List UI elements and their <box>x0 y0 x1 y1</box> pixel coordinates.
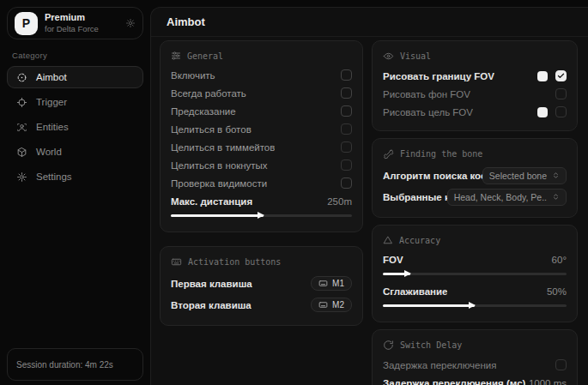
slider-row-max-distance: Макс. дистанция 250m <box>171 192 352 210</box>
keybind-button-primary[interactable]: M1 <box>311 276 352 291</box>
color-swatch[interactable] <box>537 107 548 117</box>
checkbox-fov-background[interactable] <box>555 88 567 99</box>
column-right: Visual Рисовать границу FOV Рисовать фон… <box>372 40 578 385</box>
slider-value: 250m <box>327 196 352 207</box>
triangle-icon <box>383 235 393 245</box>
visual-label: Рисовать фон FOV <box>383 89 470 99</box>
checkbox-prediction[interactable] <box>341 105 352 117</box>
checkbox-fov-border[interactable] <box>555 70 567 81</box>
sync-icon[interactable] <box>125 18 136 28</box>
keybind-label: Вторая клавиша <box>171 300 252 310</box>
max-distance-slider[interactable] <box>171 211 352 220</box>
trigger-crosshair-icon <box>16 97 27 108</box>
slider-thumb[interactable] <box>404 270 411 277</box>
slider-fill <box>171 214 264 217</box>
chevron-updown-icon <box>552 171 560 179</box>
slider-thumb[interactable] <box>469 302 476 309</box>
toggle-label: Всегда работать <box>171 88 246 99</box>
checkbox-enable[interactable] <box>341 69 352 81</box>
premium-text: Premium for Delta Force <box>45 12 99 34</box>
main-panel: Aimbot General Включить <box>150 7 588 385</box>
card-title-text: Accuracy <box>399 236 440 245</box>
sidebar-item-aimbot[interactable]: Aimbot <box>7 66 143 88</box>
app-window: P Premium for Delta Force Category Aimbo… <box>0 0 588 385</box>
sidebar-item-settings[interactable]: Settings <box>7 165 143 188</box>
main-header: Aimbot <box>151 8 588 37</box>
toggle-label: Целиться в ботов <box>171 124 252 135</box>
smoothing-slider[interactable] <box>383 301 567 310</box>
sidebar-item-trigger[interactable]: Trigger <box>7 91 143 113</box>
crosshair-icon <box>16 72 27 83</box>
card-switch-delay: Switch Delay Задержка переключения Задер… <box>372 329 578 385</box>
sidebar-item-world[interactable]: World <box>7 141 143 163</box>
slider-thumb[interactable] <box>258 212 264 219</box>
slider-label: FOV <box>383 255 403 265</box>
premium-title: Premium <box>45 12 99 24</box>
card-activation-buttons: Activation buttons Первая клавиша M1 Вто… <box>160 246 363 326</box>
session-duration-box: Session duration: 4m 22s <box>7 348 143 381</box>
person-icon <box>16 122 27 133</box>
slider-label: Задержка переключения (мс) <box>383 378 525 385</box>
eye-icon <box>383 51 394 62</box>
category-label: Category <box>12 51 138 60</box>
session-duration-text: Session duration: 4m 22s <box>16 360 113 370</box>
toggle-row-aim-knocked: Целиться в нокнутых <box>171 156 352 174</box>
checkbox-aim-bots[interactable] <box>341 123 352 135</box>
slider-row-smoothing: Сглаживание 50% <box>383 282 567 300</box>
visual-row-fov-border: Рисовать границу FOV <box>383 67 567 85</box>
bone-row-algorithm: Алгоритм поиска костей Selected bone <box>383 165 567 186</box>
slider-value: 50% <box>547 286 567 297</box>
chevron-updown-icon <box>552 193 560 201</box>
keybind-label: Первая клавиша <box>171 279 252 289</box>
card-title-text: Finding the bone <box>400 149 482 159</box>
card-general: General Включить Всегда работать Предска… <box>160 40 363 232</box>
checkbox-fov-target[interactable] <box>555 106 567 117</box>
card-title-text: Activation buttons <box>188 257 281 267</box>
keyboard-icon <box>318 300 328 310</box>
content: General Включить Всегда работать Предска… <box>151 37 588 385</box>
bone-algorithm-dropdown[interactable]: Selected bone <box>482 167 567 184</box>
toggle-label: Предсказание <box>171 106 236 117</box>
toggle-row-visibility-check: Проверка видимости <box>171 174 352 192</box>
sidebar-item-label: World <box>36 147 62 157</box>
color-swatch[interactable] <box>537 71 548 81</box>
visual-row-fov-target: Рисовать цель FOV <box>383 103 567 121</box>
sidebar-item-label: Aimbot <box>36 72 67 82</box>
toggle-row-aim-bots: Целиться в ботов <box>171 120 352 138</box>
toggle-label: Включить <box>171 70 215 81</box>
keyboard-icon <box>171 256 182 268</box>
toggle-label: Целиться в тиммейтов <box>171 142 275 153</box>
card-accuracy: Accuracy FOV 60° Сглаживание 50% <box>372 225 578 322</box>
slider-row-switch-delay-ms: Задержка переключения (мс) 1000 ms <box>383 374 567 385</box>
toggle-label: Целиться в нокнутых <box>171 160 268 171</box>
bone-row-selected: Выбранные кости Head, Neck, Body, Pe.. <box>383 186 567 208</box>
keybind-button-secondary[interactable]: M2 <box>311 298 352 312</box>
refresh-icon <box>383 340 394 351</box>
card-title-text: Visual <box>400 51 431 61</box>
card-accuracy-title: Accuracy <box>383 235 567 245</box>
checkbox-always-work[interactable] <box>341 87 352 99</box>
checkbox-aim-knocked[interactable] <box>341 159 352 171</box>
selected-bones-dropdown[interactable]: Head, Neck, Body, Pe.. <box>447 189 567 206</box>
fov-slider[interactable] <box>383 269 567 278</box>
sidebar: P Premium for Delta Force Category Aimbo… <box>0 0 150 385</box>
page-title: Aimbot <box>167 15 205 28</box>
premium-box: P Premium for Delta Force <box>7 7 143 39</box>
card-title-text: Switch Delay <box>400 340 462 350</box>
toggle-row-enable: Включить <box>171 66 352 84</box>
card-finding-bone-title: Finding the bone <box>383 148 567 159</box>
card-activation-title: Activation buttons <box>171 256 352 268</box>
checkbox-switch-delay[interactable] <box>555 359 567 370</box>
toggle-label: Задержка переключения <box>383 360 496 370</box>
toggle-row-switch-delay: Задержка переключения <box>383 356 567 374</box>
slider-fill <box>383 304 475 307</box>
card-visual: Visual Рисовать границу FOV Рисовать фон… <box>372 40 578 131</box>
premium-subtitle: for Delta Force <box>45 24 99 34</box>
checkbox-aim-teammates[interactable] <box>341 141 352 153</box>
sidebar-item-label: Entities <box>36 122 69 132</box>
keybind-value: M1 <box>332 279 344 288</box>
checkbox-visibility-check[interactable] <box>341 177 352 189</box>
bone-icon <box>383 148 394 159</box>
gear-icon <box>16 171 27 183</box>
sidebar-item-entities[interactable]: Entities <box>7 116 143 138</box>
